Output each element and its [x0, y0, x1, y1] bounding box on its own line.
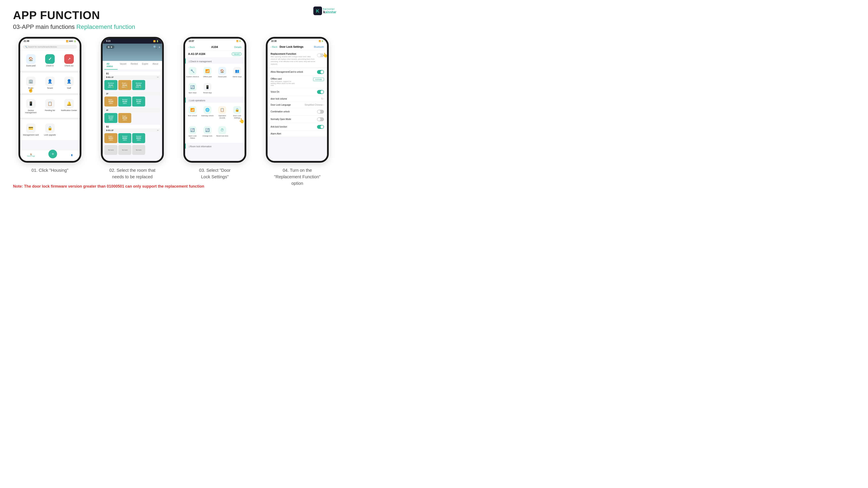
phones-container: 21:48 📶WiFi🔋 🔍 Search for rooms/tenants/… [0, 33, 347, 187]
ble-unlock-label: BLE unlock [188, 115, 197, 117]
tab-expire[interactable]: Expire [140, 61, 150, 70]
nav-home[interactable]: 🏠 Home Page [27, 153, 35, 157]
notification-center-icon-item[interactable]: 🔔 Notification Center [59, 97, 79, 116]
anti-lock-function-toggle[interactable] [317, 125, 324, 129]
room-icon-item[interactable]: 🏢 Room ☝️ [21, 75, 40, 91]
mgmt-card-icon-item[interactable]: 💳 Management card [21, 122, 40, 138]
door-lock-settings-icon: 🔒 [233, 106, 241, 114]
offline-card-activate-btn[interactable]: Activate [313, 78, 324, 81]
custom-checkin-item[interactable]: 🔧 Custom check-in [185, 65, 200, 79]
room-b105[interactable]: Rented B105 100% [118, 97, 131, 106]
room-b202[interactable]: Rented B202 100% [118, 133, 131, 143]
operation-records-item[interactable]: 📋 Operation records [215, 104, 230, 121]
room-b201[interactable]: Expir... B201 100% [104, 133, 117, 143]
staff-icon: 👤 [64, 76, 74, 86]
door-lock-settings-item[interactable]: 🔒 Door Lock Settings 👆 [230, 104, 245, 121]
phone2-nav-tabs: All status Vacant Rented Expire About [103, 61, 162, 70]
phone4-frame: 10:30 📶 🔋 ‹ Back Door Lock Settings Blue… [266, 37, 329, 163]
ble-unlock-item[interactable]: 📶 BLE unlock [185, 104, 200, 121]
gateway-unlock-item[interactable]: 🌐 Gateway unlock [200, 104, 215, 121]
guest-pwd-icon-item[interactable]: 🏠 Guest pwd [21, 53, 40, 69]
phone1-status-icons: 📶WiFi🔋 [66, 40, 76, 42]
sync-lock-status-item[interactable]: 🔄 Sync Lock Status [185, 125, 200, 141]
tenant-icon-item[interactable]: 👤 Tenant [40, 75, 59, 91]
combination-unlock-toggle[interactable] [317, 110, 324, 113]
device-mgmt-icon-item[interactable]: 📱 Device management [21, 97, 40, 116]
voice-on-toggle[interactable] [317, 90, 324, 94]
tenant-label: Tenant [47, 87, 53, 89]
nav-profile[interactable]: 👤 [71, 154, 73, 156]
phone2-status-bar: 9:23 📶🔋 [103, 39, 162, 43]
change-lock-item[interactable]: 🔄 Change lock [200, 125, 215, 141]
nav-add[interactable]: + [49, 150, 57, 158]
room-b101[interactable]: Rented B101 100% 🔋 [104, 80, 117, 90]
logo-brand: kaisstar [323, 10, 337, 14]
room-b106[interactable]: Rented B106 100% [132, 97, 145, 106]
hand-cursor-4: 👆 [322, 53, 327, 58]
reset-lock-time-item[interactable]: ⏱ Reset lock time [215, 125, 230, 141]
offline-pwd-item[interactable]: 📶 Offline pwd [200, 65, 215, 79]
tenant-app-item[interactable]: 📱 Tenant App [200, 82, 215, 96]
room-b107[interactable]: Rented B107 100% [104, 113, 117, 123]
hand-cursor-1: ☝️ [28, 87, 34, 93]
normally-open-mode-toggle[interactable] [317, 117, 324, 121]
floor-b1-4f: 4F Rented B107 100% Expir... B108 [104, 108, 160, 123]
phone2-back-btn[interactable]: ‹ [104, 45, 105, 48]
tab-about[interactable]: About [150, 61, 160, 70]
phone3-status-icons: 📶 🔋 [236, 40, 241, 42]
phone4-back-btn[interactable]: ‹ Back [271, 45, 277, 48]
check-in-icon-item[interactable]: ✓ Check in [40, 53, 59, 69]
room-b108[interactable]: Expir... B108 100% [118, 113, 131, 123]
pending-list-label: Pending list [45, 109, 55, 112]
door-lock-volume-row: door lock volume 5 › [268, 96, 327, 102]
check-out-icon: ↗ [64, 54, 74, 64]
phone1-time: 21:48 [24, 40, 29, 42]
admin-keys-item[interactable]: 👥 Admin keys [230, 65, 245, 79]
device-mgmt-icon: 📱 [26, 99, 36, 108]
room-b104[interactable]: Expir... B104 100% [104, 97, 117, 106]
room-b203[interactable]: Rented B203 100% [132, 133, 145, 143]
room-nolock3[interactable]: No lock [132, 145, 145, 155]
sync-keys-item[interactable]: 🔄 Sync keys [185, 82, 200, 96]
floor-b1-2f: 2F Expir... B104 100% Rented B105 [104, 92, 160, 106]
room-nolock1[interactable]: No lock [104, 145, 117, 155]
tab-rented[interactable]: Rented [128, 61, 140, 70]
sync-keys-label: Sync keys [189, 92, 196, 94]
notification-center-icon: 🔔 [64, 99, 74, 108]
door-lock-language-row: Door Lock Language Simplified Chinese › [268, 102, 327, 108]
phone3-detail-btn[interactable]: Details [234, 46, 242, 48]
offline-pwd-label: Offline pwd [203, 76, 212, 78]
room-b103[interactable]: Rented B103 100% 🔋 [132, 80, 145, 90]
lock-upgrade-icon-item[interactable]: 🔒 Lock upgrade [40, 122, 59, 138]
phone1-search-bar[interactable]: 🔍 Search for rooms/tenants/devices [23, 45, 77, 49]
tab-all-status[interactable]: All status [104, 61, 118, 70]
phone2-wrapper: 9:23 📶🔋 ‹ B ▼ 🔍 + [95, 37, 169, 180]
phone1-search-area: 🔍 Search for rooms/tenants/devices [20, 43, 80, 50]
gateway-unlock-label: Gateway unlock [201, 115, 214, 117]
phone3-checkin-grid2: 🔄 Sync keys 📱 Tenant App [185, 82, 245, 97]
phone2-search-icon[interactable]: 🔍 [153, 45, 157, 49]
check-in-icon: ✓ [45, 54, 55, 64]
room-icon: 🏢 [26, 76, 36, 86]
reset-lock-time-icon: ⏱ [218, 126, 226, 134]
logo-tagline: kaisstar [323, 8, 337, 10]
staff-icon-item[interactable]: 👤 Staff [59, 75, 79, 91]
voice-on-row: Voice On [268, 88, 327, 96]
logo: K kaisstar kaisstar [313, 6, 337, 15]
tab-vacant[interactable]: Vacant [118, 61, 128, 70]
check-out-icon-item[interactable]: ↗ Check out [59, 53, 79, 69]
room-b102[interactable]: Expir... B102 100% 🔋 [118, 80, 131, 90]
guest-pwd-item[interactable]: 🏠 Guest pwd [215, 65, 230, 79]
phone4-settings-scroll: Replacement Function After opening, tena… [268, 50, 327, 161]
room-nolock2[interactable]: No lock [118, 145, 131, 155]
anti-lock-function-label: Anti-lock function [271, 126, 287, 128]
phone3-back-btn[interactable]: ‹ Back [188, 46, 195, 48]
check-in-label: Check in [46, 65, 54, 67]
pending-list-icon-item[interactable]: 📋 Pending list [40, 97, 59, 116]
phone3-time: 10:07 [189, 40, 194, 42]
guest-pwd-icon: 🏠 [26, 54, 36, 64]
sync-keys-icon: 🔄 [189, 83, 196, 91]
phone2-add-icon[interactable]: + [159, 45, 160, 49]
allow-mgmt-card-toggle[interactable] [317, 70, 324, 74]
admin-keys-label: Admin keys [232, 76, 242, 78]
